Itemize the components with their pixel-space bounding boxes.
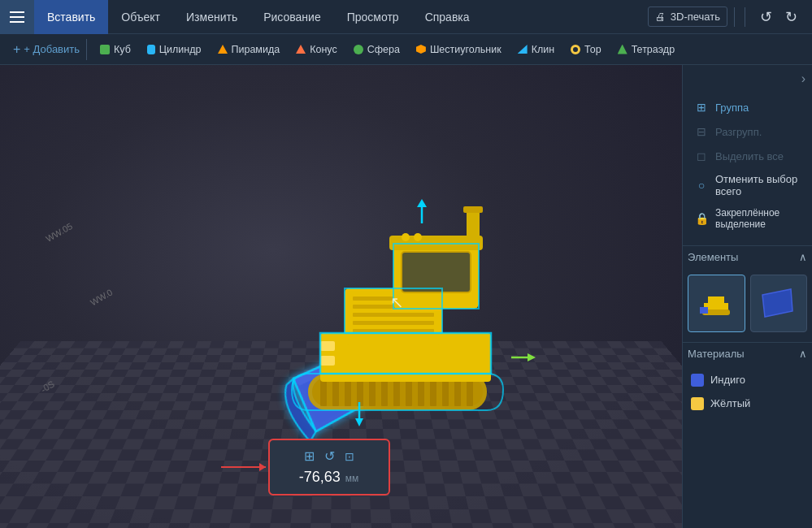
element-thumb-2[interactable] (750, 275, 808, 332)
menu-right-area: 🖨 3D-печать ↺ ↻ (648, 5, 812, 29)
position-unit: мм (345, 473, 359, 484)
print3d-button[interactable]: 🖨 3D-печать (648, 6, 727, 27)
materials-section-header[interactable]: Материалы ∧ (683, 342, 812, 365)
indigo-swatch (691, 374, 704, 387)
indigo-label: Индиго (710, 374, 745, 386)
svg-marker-37 (355, 418, 363, 426)
group-icon: ⊞ (694, 100, 709, 115)
shape-tetrahedron[interactable]: Тетраэдр (611, 41, 681, 58)
deselect-all-icon: ○ (694, 178, 709, 193)
deselect-all-button[interactable]: ○ Отменить выбор всего (689, 169, 805, 201)
material-yellow[interactable]: Жёлтый (688, 393, 807, 414)
hamburger-menu[interactable] (0, 0, 34, 34)
pyramid-icon (218, 45, 228, 54)
pt-rotate-icon[interactable]: ↺ (324, 448, 335, 464)
svg-rect-2 (320, 378, 327, 406)
svg-rect-5 (357, 378, 363, 406)
print3d-icon: 🖨 (655, 11, 666, 23)
undo-redo-group: ↺ ↻ (755, 5, 802, 29)
svg-rect-3 (332, 378, 339, 406)
hamburger-icon (10, 11, 24, 23)
svg-rect-14 (467, 378, 473, 406)
collapse-arrow-icon[interactable]: › (801, 71, 805, 86)
grid-label-2: WW.0 (89, 287, 114, 307)
svg-rect-9 (406, 378, 412, 406)
materials-section-label: Материалы (688, 348, 745, 360)
ungroup-button[interactable]: ⊟ Разгрупп. (689, 120, 805, 143)
wedge-label: Клин (532, 44, 554, 55)
shape-pyramid[interactable]: Пирамида (211, 41, 287, 58)
menu-tab-help[interactable]: Справка (412, 0, 483, 34)
cylinder-icon (147, 45, 155, 54)
yellow-label: Жёлтый (710, 397, 750, 409)
svg-rect-13 (454, 378, 461, 406)
shape-cylinder[interactable]: Цилиндр (141, 41, 208, 58)
pyramid-label: Пирамида (232, 44, 280, 55)
svg-rect-10 (418, 378, 424, 406)
svg-rect-8 (393, 378, 400, 406)
pt-position-icon[interactable]: ⊞ (304, 448, 315, 464)
material-indigo[interactable]: Индиго (688, 370, 807, 391)
sphere-icon (354, 45, 363, 54)
shape-sphere[interactable]: Сфера (347, 41, 406, 58)
menu-tab-object[interactable]: Объект (108, 0, 173, 34)
shape-hexagon[interactable]: Шестиугольник (410, 41, 508, 58)
menu-tab-draw[interactable]: Рисование (250, 0, 334, 34)
svg-point-28 (402, 233, 410, 241)
elements-section-header[interactable]: Элементы ∧ (683, 245, 812, 268)
group-button[interactable]: ⊞ Группа (689, 96, 805, 119)
torus-label: Тор (584, 44, 601, 55)
elements-section-label: Элементы (688, 251, 738, 263)
shape-torus[interactable]: Тор (564, 41, 608, 58)
group-label: Группа (715, 102, 749, 114)
svg-rect-41 (700, 307, 708, 314)
print3d-label: 3D-печать (671, 11, 720, 23)
main-layout: WW.05 WW.0 -0S (0, 65, 812, 528)
materials-chevron-icon: ∧ (799, 348, 807, 360)
menu-tab-edit[interactable]: Изменить (173, 0, 250, 34)
position-toolbar[interactable]: ⊞ ↺ ⊡ -76,63 мм (268, 439, 390, 496)
deselect-all-label: Отменить выбор всего (715, 173, 801, 197)
sphere-label: Сфера (367, 44, 400, 55)
select-all-label: Выделить все (715, 150, 784, 162)
bulldozer-model (239, 154, 580, 463)
torus-icon (571, 45, 580, 54)
tetrahedron-icon (618, 45, 627, 54)
position-toolbar-icons: ⊞ ↺ ⊡ (283, 448, 376, 464)
lock-icon: 🔒 (694, 211, 709, 226)
add-button[interactable]: + + Добавить (7, 39, 87, 60)
redo-button[interactable]: ↻ (780, 5, 802, 29)
svg-rect-20 (353, 321, 434, 325)
lock-selection-button[interactable]: 🔒 Закреплённое выделение (689, 203, 805, 234)
pt-scale-icon[interactable]: ⊡ (345, 450, 354, 463)
svg-rect-27 (463, 206, 483, 213)
svg-rect-6 (369, 378, 376, 406)
svg-rect-11 (430, 378, 436, 406)
wedge-icon (518, 45, 528, 54)
toolbar: + + Добавить Куб Цилиндр Пирамида Конус … (0, 34, 812, 65)
position-value: -76,63 мм (283, 469, 376, 486)
cone-icon (296, 45, 306, 54)
select-all-icon: ◻ (694, 149, 709, 163)
menu-separator-2 (745, 7, 745, 27)
elements-chevron-icon: ∧ (799, 251, 807, 263)
cylinder-label: Цилиндр (159, 44, 202, 55)
elements-grid (683, 268, 812, 339)
undo-button[interactable]: ↺ (755, 5, 777, 29)
menu-tab-view[interactable]: Просмотр (334, 0, 412, 34)
hexagon-icon (416, 45, 426, 54)
shape-cube[interactable]: Куб (93, 41, 137, 58)
tetrahedron-label: Тетраэдр (632, 44, 675, 55)
shape-cone[interactable]: Конус (289, 41, 344, 58)
svg-rect-19 (353, 313, 434, 317)
element-thumb-1[interactable] (688, 275, 745, 332)
svg-rect-12 (442, 378, 449, 406)
cone-label: Конус (310, 44, 337, 55)
canvas-area[interactable]: WW.05 WW.0 -0S (0, 65, 682, 528)
group-section: ⊞ Группа ⊟ Разгрупп. ◻ Выделить все ○ От… (683, 93, 812, 242)
menu-tab-insert[interactable]: Вставить (34, 0, 108, 34)
add-icon: + (13, 42, 20, 57)
shape-wedge[interactable]: Клин (511, 41, 561, 58)
svg-rect-31 (320, 356, 335, 366)
select-all-button[interactable]: ◻ Выделить все (689, 145, 805, 167)
